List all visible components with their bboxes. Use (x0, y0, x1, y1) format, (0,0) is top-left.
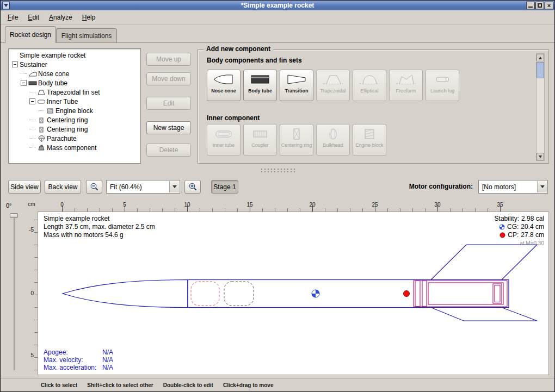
max-acceleration-label: Max. acceleration: (44, 364, 102, 371)
motor-configuration-select[interactable]: [No motors] (478, 180, 548, 194)
move-up-button[interactable]: Move up (146, 53, 191, 66)
add-coupler-button[interactable]: Coupler (243, 124, 277, 155)
tree-item-rocket[interactable]: Simple example rocket (9, 51, 140, 60)
hint-click-select: Click to select (41, 382, 77, 388)
parachute-outline[interactable] (191, 282, 219, 306)
rotation-slider[interactable] (14, 215, 15, 370)
rocket-canvas[interactable]: Simple example rocket Length 37.5 cm, ma… (38, 211, 549, 375)
stage-1-toggle[interactable]: Stage 1 (211, 180, 238, 194)
tree-item-label: Engine block (55, 107, 93, 115)
add-elliptical-fin-button[interactable]: Elliptical (353, 70, 386, 101)
tree-item-nose-cone[interactable]: Nose cone (9, 69, 140, 78)
rocket-mass: Mass with no motors 54.6 g (44, 231, 155, 239)
scroll-down-button[interactable] (536, 153, 544, 160)
zoom-in-button[interactable] (184, 180, 201, 194)
tree-item-centering-ring-2[interactable]: Centering ring (9, 125, 140, 134)
tree-item-label: Centering ring (47, 126, 88, 133)
ruler-tick-label: -5 (29, 227, 34, 233)
nose-cone-icon (28, 70, 38, 78)
add-freeform-fin-button[interactable]: Freeform (389, 70, 423, 101)
edit-button[interactable]: Edit (146, 97, 191, 110)
minimize-button[interactable] (526, 2, 535, 9)
mass-icon (37, 144, 47, 152)
transition-icon (286, 70, 307, 89)
tree-item-label: Nose cone (38, 70, 69, 78)
zoom-out-button[interactable] (86, 180, 102, 194)
tree-expander-icon[interactable] (21, 80, 27, 86)
mach-note: at M=0.30 (495, 239, 544, 247)
chevron-down-icon (169, 181, 179, 192)
menu-edit[interactable]: Edit (23, 12, 44, 23)
tree-item-parachute[interactable]: Parachute (9, 134, 140, 143)
maximize-button[interactable] (535, 2, 544, 9)
splitter-handle[interactable] (261, 168, 295, 173)
scrollbar[interactable] (536, 53, 545, 161)
scrollbar-thumb[interactable] (536, 62, 544, 78)
cg-symbol-icon (499, 224, 505, 230)
add-launch-lug-button[interactable]: Launch lug (425, 70, 459, 101)
add-bulkhead-button[interactable]: Bulkhead (316, 124, 350, 155)
tree-expander-icon[interactable] (12, 61, 18, 67)
motor-configuration-value: [No motors] (482, 183, 516, 191)
window-title: *Simple example rocket (1, 2, 554, 9)
add-inner-tube-button[interactable]: Inner tube (207, 124, 240, 155)
tree-item-fin-set[interactable]: Trapezoidal fin set (9, 88, 140, 97)
add-trapezoidal-fin-button[interactable]: Trapezoidal (316, 70, 350, 101)
rotation-value: 0° (6, 202, 12, 209)
status-bar: Click to select Shift+click to select ot… (1, 378, 554, 391)
max-acceleration-value: N/A (102, 364, 113, 371)
menu-analyze[interactable]: Analyze (44, 12, 77, 23)
title-bar[interactable]: *Simple example rocket × (1, 1, 554, 10)
delete-button[interactable]: Delete (146, 144, 191, 157)
close-button[interactable]: × (545, 2, 553, 9)
freeform-fin-icon (395, 70, 417, 89)
cg-value: 20.4 cm (521, 223, 544, 231)
scroll-up-icon (539, 57, 542, 59)
stability-label: Stability: (495, 215, 519, 223)
tree-item-centering-ring-1[interactable]: Centering ring (9, 115, 140, 125)
tree-item-label: Parachute (47, 135, 77, 142)
cp-marker (404, 291, 410, 297)
tree-item-label: Inner Tube (47, 98, 78, 105)
cp-value: 27.8 cm (521, 231, 544, 239)
tree-item-inner-tube[interactable]: Inner Tube (9, 97, 140, 106)
add-transition-button[interactable]: Transition (280, 70, 313, 101)
tree-expander-icon[interactable] (29, 98, 35, 104)
menu-file[interactable]: File (3, 12, 23, 23)
tree-item-sustainer[interactable]: Sustainer (9, 60, 140, 69)
engine-block-icon (359, 125, 380, 143)
add-centering-ring-button[interactable]: Centering ring (280, 124, 313, 155)
zoom-value: Fit (60.4%) (110, 183, 142, 191)
new-stage-button[interactable]: New stage (146, 121, 191, 134)
tree-item-label: Centering ring (47, 116, 88, 124)
tab-rocket-design[interactable]: Rocket design (5, 26, 56, 43)
zoom-select[interactable]: Fit (60.4%) (106, 180, 180, 194)
group-title: Add new component (203, 45, 273, 53)
add-nose-cone-button[interactable]: Nose cone (207, 70, 240, 101)
motor-mount-outline[interactable] (414, 281, 507, 307)
tab-flight-simulations[interactable]: Flight simulations (56, 28, 117, 42)
mass-component-outline[interactable] (224, 282, 254, 306)
rotation-slider-thumb[interactable] (10, 213, 18, 218)
chevron-down-icon (537, 181, 547, 192)
stability-info: Stability:2.98 cal CG:20.4 cm CP:27.8 cm… (495, 215, 544, 247)
tree-item-label: Sustainer (20, 61, 47, 69)
nose-cone-icon (213, 70, 235, 89)
add-engine-block-button[interactable]: Engine block (353, 124, 386, 155)
inner-tube-icon (213, 125, 235, 143)
tree-item-body-tube[interactable]: Body tube (9, 78, 140, 88)
back-view-button[interactable]: Back view (45, 180, 81, 194)
ruler-tick-label: 15 (246, 202, 252, 208)
side-view-button[interactable]: Side view (8, 180, 41, 194)
scroll-up-button[interactable] (536, 54, 544, 61)
add-body-tube-button[interactable]: Body tube (243, 70, 277, 101)
move-down-button[interactable]: Move down (146, 72, 191, 85)
ruler-tick-label: 10 (184, 202, 190, 208)
cp-symbol-icon (499, 232, 505, 238)
tree-item-engine-block[interactable]: Engine block (9, 106, 140, 115)
menu-help[interactable]: Help (77, 12, 101, 23)
component-tree[interactable]: Simple example rocket Sustainer Nose con… (8, 48, 141, 164)
parachute-icon (37, 135, 47, 142)
tree-item-label: Trapezoidal fin set (47, 89, 100, 96)
tree-item-mass-component[interactable]: Mass component (9, 143, 140, 152)
